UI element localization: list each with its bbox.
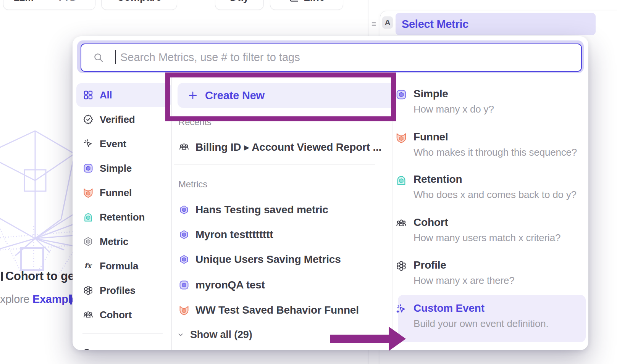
chevron-down-icon: [176, 330, 185, 339]
app-canvas: 12M YTD Compare Day Line Cohort to ge: [0, 0, 617, 364]
category-label: Event: [100, 138, 126, 150]
retention-icon: [396, 174, 407, 186]
range-ytd-label: YTD: [57, 0, 77, 3]
category-event[interactable]: Event: [76, 132, 171, 156]
annotation-arrow: [328, 324, 409, 353]
funnel-icon: [396, 132, 407, 143]
type-retention-desc: Who does x and comes back to do y?: [413, 189, 577, 201]
profiles-icon: [83, 285, 94, 296]
category-label: Funnel: [100, 187, 132, 199]
profiles-icon: [396, 260, 407, 272]
category-partial[interactable]: T: [76, 341, 171, 350]
empty-state-subtext: xplore Example: [0, 293, 77, 306]
metric-item-label: Myron testttttttt: [195, 229, 273, 241]
search-focus-ring: [77, 40, 584, 73]
category-simple[interactable]: Simple: [76, 156, 171, 180]
metric-item-label: myronQA test: [195, 279, 265, 291]
granularity-button[interactable]: Day: [215, 0, 264, 10]
funnel-icon: [83, 187, 94, 198]
search-icon: [93, 52, 104, 63]
date-range-control: 12M YTD: [3, 0, 95, 10]
type-custom-event[interactable]: Custom Event: [413, 302, 485, 314]
range-12m-button[interactable]: 12M: [3, 0, 44, 10]
grid-icon: [83, 90, 94, 100]
category-profiles[interactable]: Profiles: [76, 279, 171, 302]
saved-metric-icon: [179, 205, 189, 215]
clipped-text-fragment: [1, 272, 3, 281]
metric-item[interactable]: Unique Users Saving Metrics: [174, 249, 392, 270]
category-label: Simple: [100, 163, 132, 174]
sidebar-section-divider: [82, 333, 163, 334]
recent-item-label: Billing ID ▸ Account Viewed Report ...: [195, 141, 381, 153]
category-label: Cohort: [100, 309, 132, 321]
compare-label: Compare: [117, 0, 162, 3]
category-formula[interactable]: fx Formula: [76, 254, 171, 278]
empty-state-illustration: [0, 124, 74, 277]
metric-item[interactable]: Hans Testing saved metric: [174, 199, 392, 221]
type-custom-event-desc: Build your own event definition.: [413, 318, 549, 330]
search-field[interactable]: [81, 43, 582, 72]
custom-event-icon: [396, 303, 407, 315]
show-all-label: Show all (29): [190, 329, 252, 341]
empty-state-heading: Cohort to ge: [5, 269, 74, 283]
metric-item-label: Hans Testing saved metric: [195, 204, 328, 216]
category-all[interactable]: All: [76, 83, 171, 107]
type-simple[interactable]: Simple: [413, 88, 448, 100]
verified-badge-icon: [83, 114, 94, 125]
cohort-icon: [396, 217, 407, 229]
clipped-link-fragment: [70, 295, 72, 304]
simple-metric-icon: [396, 89, 407, 100]
simple-metric-icon: [83, 163, 94, 174]
saved-metric-icon: [179, 229, 189, 240]
text-caret: [115, 50, 116, 64]
metrics-header: Metrics: [178, 179, 207, 190]
saved-metric-icon: [179, 254, 189, 265]
range-12m-label: 12M: [14, 0, 34, 3]
category-label: All: [100, 89, 112, 101]
line-chart-icon: [288, 0, 300, 3]
chevron-down-icon: [79, 0, 86, 1]
tag-icon: [83, 348, 94, 350]
simple-metric-icon: [179, 280, 189, 290]
metric-hexagon-icon: [83, 236, 94, 247]
category-cohort[interactable]: Cohort: [76, 303, 171, 327]
category-metric[interactable]: Metric: [76, 230, 171, 253]
series-badge: A: [382, 16, 393, 29]
metric-item-label: WW Test Saved Behavior Funnel: [195, 304, 359, 316]
search-input[interactable]: [120, 44, 572, 70]
range-ytd-button[interactable]: YTD: [48, 0, 95, 10]
show-all-button[interactable]: Show all (29): [176, 324, 329, 345]
category-label: Verified: [100, 114, 135, 126]
chart-type-button[interactable]: Line: [270, 0, 343, 10]
formula-icon: fx: [83, 261, 94, 271]
metric-item-label: Unique Users Saving Metrics: [195, 253, 341, 266]
type-funnel[interactable]: Funnel: [413, 131, 448, 143]
category-label: Metric: [100, 236, 128, 248]
type-cohort[interactable]: Cohort: [413, 216, 448, 229]
annotation-highlight-box: [165, 72, 396, 121]
explore-text: xplore: [0, 293, 29, 305]
granularity-label: Day: [230, 0, 249, 3]
metric-item[interactable]: Myron testttttttt: [174, 224, 392, 245]
type-profile[interactable]: Profile: [413, 259, 446, 271]
type-cohort-desc: How many users match x criteria?: [413, 232, 560, 244]
metric-item[interactable]: WW Test Saved Behavior Funnel: [174, 300, 392, 321]
category-label: T: [100, 348, 106, 351]
category-label: Profiles: [100, 285, 136, 296]
category-label: Formula: [100, 260, 138, 272]
chart-type-label: Line: [304, 0, 325, 3]
category-verified[interactable]: Verified: [76, 108, 171, 131]
metric-item[interactable]: myronQA test: [174, 274, 392, 296]
funnel-icon: [179, 305, 189, 316]
compare-button[interactable]: Compare: [101, 0, 177, 10]
type-retention[interactable]: Retention: [413, 173, 462, 185]
recent-item-billing[interactable]: Billing ID ▸ Account Viewed Report ...: [174, 136, 392, 158]
event-cursor-icon: [83, 139, 94, 149]
select-metric-label: Select Metric: [402, 18, 468, 31]
recents-metrics-divider: [174, 164, 375, 165]
category-retention[interactable]: Retention: [76, 205, 171, 229]
svg-text:fx: fx: [84, 261, 93, 270]
drag-handle-icon[interactable]: [370, 20, 377, 29]
select-metric-button[interactable]: Select Metric: [396, 13, 596, 35]
category-funnel[interactable]: Funnel: [76, 181, 171, 205]
